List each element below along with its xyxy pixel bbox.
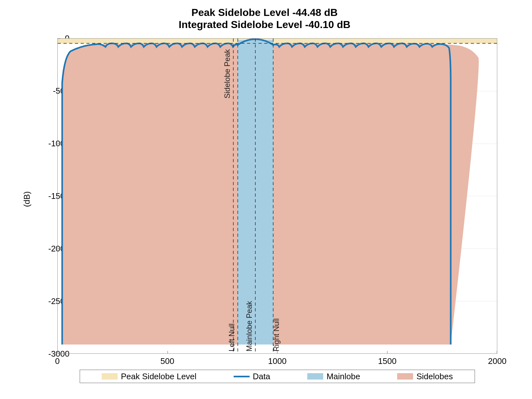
xtick-3: 1500 — [378, 356, 397, 366]
legend-label-psl: Peak Sidelobe Level — [121, 372, 196, 381]
chart-title: Peak Sidelobe Level -44.48 dB Integrated… — [16, 6, 513, 31]
title-line-2: Integrated Sidelobe Level -40.10 dB — [16, 18, 513, 31]
left-null-label: Left Null — [227, 323, 236, 352]
psl-band — [58, 39, 497, 43]
xtick-1: 500 — [160, 356, 174, 366]
plot-area: Left Null Mainlobe Peak Right Null Sidel… — [57, 38, 497, 354]
psl-swatch-icon — [102, 373, 118, 380]
xtick-4: 2000 — [488, 356, 506, 366]
xtick-2: 1000 — [268, 356, 287, 366]
right-null-label: Right Null — [272, 318, 281, 352]
sidelobes-right-shape — [273, 43, 451, 345]
sidelobes-left-area — [62, 43, 238, 345]
legend-item-data: Data — [234, 372, 270, 381]
mainlobe-swatch-icon — [307, 373, 323, 380]
y-axis-label: (dB) — [22, 191, 32, 207]
sidelobes-swatch-icon — [397, 373, 413, 380]
mainlobe-peak-label: Mainlobe Peak — [245, 301, 254, 352]
legend: Peak Sidelobe Level Data Mainlobe Sidelo… — [80, 370, 475, 383]
legend-item-psl: Peak Sidelobe Level — [102, 372, 196, 381]
legend-label-mainlobe: Mainlobe — [326, 372, 360, 381]
legend-item-sidelobes: Sidelobes — [397, 372, 453, 381]
chart-container: Peak Sidelobe Level -44.48 dB Integrated… — [16, 6, 513, 392]
title-line-1: Peak Sidelobe Level -44.48 dB — [16, 6, 513, 18]
data-line-icon — [234, 376, 250, 377]
legend-label-data: Data — [253, 372, 270, 381]
xtick-0: 0 — [55, 356, 60, 366]
legend-label-sidelobes: Sidelobes — [416, 372, 453, 381]
sidelobe-peak-label: Sidelobe Peak — [223, 49, 232, 98]
plot-svg — [58, 39, 497, 353]
legend-item-mainlobe: Mainlobe — [307, 372, 360, 381]
sidelobes-right-edge — [440, 44, 451, 345]
